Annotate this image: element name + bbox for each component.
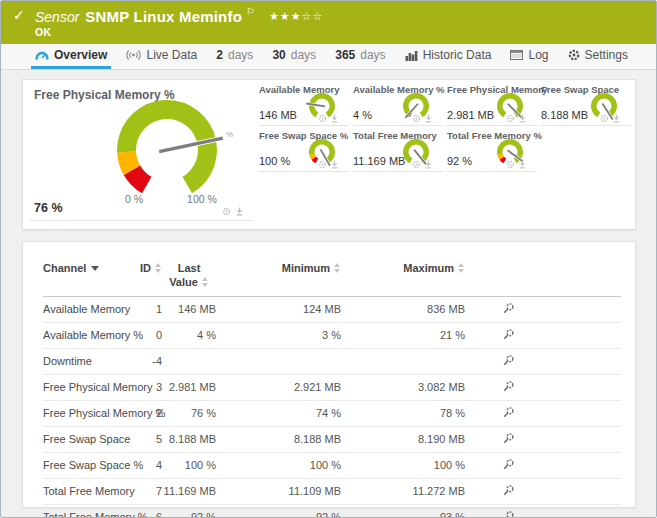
tab-overview[interactable]: Overview	[31, 44, 111, 69]
channel-maximum: 93 %	[341, 504, 465, 518]
channel-name[interactable]: Free Physical Memory	[43, 374, 133, 400]
channel-gauge-value: 92 %	[447, 155, 472, 167]
channel-name[interactable]: Available Memory	[43, 296, 133, 322]
column-header-last-value[interactable]: Last Value	[162, 252, 216, 296]
channel-name[interactable]: Free Swap Space	[43, 426, 133, 452]
channel-maximum: 3.082 MB	[341, 374, 465, 400]
gear-icon[interactable]	[318, 114, 327, 123]
svg-text:%: %	[226, 130, 233, 139]
channel-name[interactable]: Available Memory %	[43, 322, 133, 348]
tab-label: days	[291, 48, 316, 62]
channel-maximum	[341, 348, 465, 374]
channel-settings-icon[interactable]	[502, 458, 515, 471]
gear-icon[interactable]	[600, 114, 609, 123]
tab-label: Live Data	[146, 48, 197, 62]
historic-data-chart-icon	[405, 50, 418, 61]
gear-icon[interactable]	[412, 114, 421, 123]
sort-caret-icon[interactable]	[91, 266, 99, 271]
channel-minimum: 124 MB	[216, 296, 341, 322]
channel-settings-icon[interactable]	[502, 510, 515, 518]
channel-settings-icon[interactable]	[502, 484, 515, 497]
channel-name[interactable]: Free Swap Space %	[43, 452, 133, 478]
channel-gauge-cell: Free Swap Space8.188 MB	[541, 84, 631, 126]
column-header-id[interactable]: ID	[133, 252, 162, 296]
tab-label: Overview	[54, 48, 107, 62]
gauge-cell-icons	[506, 114, 527, 123]
tab-label: days	[228, 48, 253, 62]
channel-id: 5	[133, 426, 162, 452]
sensor-title: SNMP Linux Meminfo	[85, 8, 242, 25]
gear-icon[interactable]	[318, 160, 327, 169]
gear-icon[interactable]	[506, 160, 515, 169]
channel-last-value: 76 %	[162, 400, 216, 426]
tab-365-days[interactable]: 365days	[331, 44, 389, 69]
channel-last-value: 11.169 MB	[162, 478, 216, 504]
gauge-cell-icons	[318, 160, 339, 169]
tab-30-days[interactable]: 30days	[268, 44, 320, 69]
channel-name[interactable]: Downtime	[43, 348, 133, 374]
channel-gauge-cell: Total Free Memory %92 %	[447, 130, 537, 172]
tab-historic-data[interactable]: Historic Data	[401, 44, 496, 69]
sort-icon[interactable]	[458, 263, 465, 273]
tab-live-data[interactable]: Live Data	[122, 44, 201, 69]
channel-gauge-cell: Available Memory %4 %	[353, 84, 443, 126]
channel-maximum: 100 %	[341, 452, 465, 478]
channel-minimum: 8.188 MB	[216, 426, 341, 452]
channel-settings-icon[interactable]	[502, 406, 515, 419]
channel-settings-icon[interactable]	[502, 354, 515, 367]
channel-settings-icon[interactable]	[502, 302, 515, 315]
channel-settings-icon[interactable]	[502, 380, 515, 393]
table-row: Available Memory %04 %3 %21 %	[43, 322, 621, 348]
channel-table-panel: Channel ID Last Value Minimum Maximum Av…	[22, 241, 636, 508]
pin-down-icon[interactable]	[518, 114, 527, 123]
channel-last-value: 92 %	[162, 504, 216, 518]
channel-maximum: 21 %	[341, 322, 465, 348]
sort-icon[interactable]	[334, 263, 341, 273]
priority-stars[interactable]: ★★★☆☆	[269, 10, 323, 22]
table-header-row: Channel ID Last Value Minimum Maximum	[43, 252, 621, 296]
pin-down-icon[interactable]	[424, 114, 433, 123]
stars-empty[interactable]: ☆☆	[302, 10, 324, 22]
channel-gauge-value: 8.188 MB	[541, 109, 588, 121]
pin-down-icon[interactable]	[330, 160, 339, 169]
channel-id: -4	[133, 348, 162, 374]
tab-2-days[interactable]: 2days	[212, 44, 257, 69]
sort-icon[interactable]	[202, 277, 209, 287]
tab-settings[interactable]: Settings	[564, 44, 632, 69]
channel-maximum: 8.190 MB	[341, 426, 465, 452]
gear-icon[interactable]	[222, 207, 231, 216]
channel-last-value: 100 %	[162, 452, 216, 478]
pin-down-icon[interactable]	[330, 114, 339, 123]
gauge-cell-icons	[222, 207, 244, 216]
stars-filled[interactable]: ★★★	[269, 10, 302, 22]
gauge-cell-icons	[412, 160, 433, 169]
channel-minimum: 100 %	[216, 452, 341, 478]
priority-flag-icon[interactable]: ⚐	[246, 6, 255, 17]
pin-down-icon[interactable]	[518, 160, 527, 169]
channel-name[interactable]: Total Free Memory	[43, 478, 133, 504]
settings-gear-icon	[568, 49, 580, 61]
sensor-title-line: SensorSNMP Linux Meminfo⚐★★★☆☆	[35, 6, 323, 26]
main-gauge-cell: Free Physical Memory % % 0 % 100 % 76 %	[30, 84, 252, 221]
sensor-header: ✓ SensorSNMP Linux Meminfo⚐★★★☆☆ OK	[1, 1, 656, 44]
column-header-channel[interactable]: Channel	[43, 252, 133, 296]
sort-icon[interactable]	[155, 263, 162, 273]
channel-minimum: 92 %	[216, 504, 341, 518]
pin-down-icon[interactable]	[612, 114, 621, 123]
channel-table: Channel ID Last Value Minimum Maximum Av…	[43, 252, 621, 518]
channel-minimum: 11.109 MB	[216, 478, 341, 504]
channel-gauge-cell: Total Free Memory11.169 MB	[353, 130, 443, 172]
channel-name[interactable]: Free Physical Memory %	[43, 400, 133, 426]
gear-icon[interactable]	[412, 160, 421, 169]
column-header-minimum[interactable]: Minimum	[216, 252, 341, 296]
tab-log[interactable]: Log	[506, 44, 552, 69]
column-header-maximum[interactable]: Maximum	[341, 252, 465, 296]
channel-settings-icon[interactable]	[502, 432, 515, 445]
channel-name[interactable]: Total Free Memory %	[43, 504, 133, 518]
gear-icon[interactable]	[506, 114, 515, 123]
pin-down-icon[interactable]	[424, 160, 433, 169]
channel-last-value: 8.188 MB	[162, 426, 216, 452]
pin-down-icon[interactable]	[235, 207, 244, 216]
channel-settings-icon[interactable]	[502, 328, 515, 341]
channel-gauge-cell: Available Memory146 MB	[259, 84, 349, 126]
